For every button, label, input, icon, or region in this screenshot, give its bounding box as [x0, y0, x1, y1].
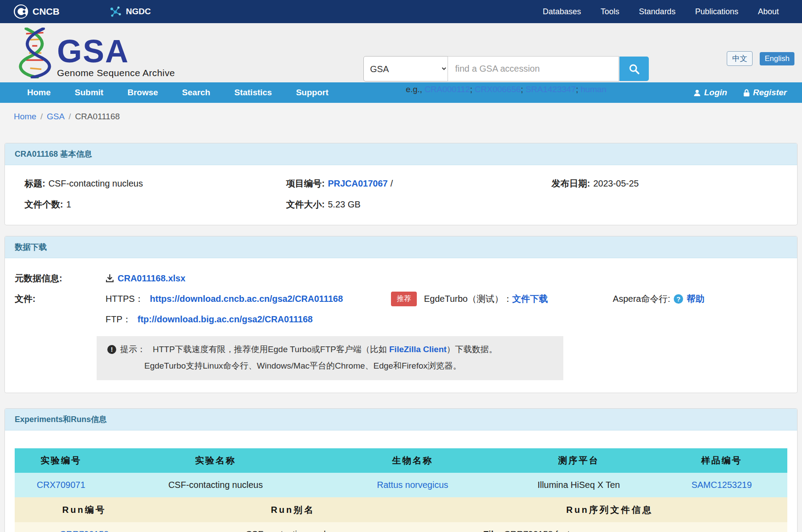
- example-link-cra000112[interactable]: CRA000112: [424, 85, 470, 94]
- experiment-accession-cell: CRX709071: [15, 473, 107, 497]
- cncb-logo[interactable]: CNCB: [13, 4, 60, 19]
- project-accession-link[interactable]: PRJCA017067: [328, 179, 388, 188]
- example-link-human[interactable]: human: [581, 85, 607, 94]
- metadata-file-link[interactable]: CRA011168.xlsx: [118, 273, 185, 284]
- run-alias-cell: CSF-contacting nucleus: [154, 522, 432, 532]
- search-button[interactable]: [619, 57, 649, 81]
- basic-info-row: 文件个数:1 文件大小:5.23 GB: [5, 194, 797, 215]
- egdeturbo-download-link[interactable]: 文件下载: [512, 293, 548, 305]
- filezilla-link[interactable]: FileZilla Client: [389, 345, 447, 354]
- col-header-experiment-accession: 实验编号: [15, 448, 107, 473]
- run-file-value: CRR790158.fastq.gz: [501, 529, 586, 532]
- user-icon: [693, 89, 701, 97]
- tip-line-1: ! 提示： HTTP下载速度有限，推荐使用Egde Turbo或FTP客户端（比…: [107, 344, 553, 355]
- col-header-organism: 生物名称: [324, 448, 501, 473]
- experiments-header-row: 实验编号 实验名称 生物名称 测序平台 样品编号: [15, 448, 787, 473]
- basic-info-panel: CRA011168 基本信息 标题:CSF-contacting nucleus…: [4, 143, 798, 225]
- ngdc-logo[interactable]: NGDC: [109, 5, 151, 18]
- field-release-date-label: 发布日期:: [551, 179, 590, 188]
- field-file-size: 文件大小:5.23 GB: [286, 199, 552, 211]
- gsa-dna-icon: [17, 28, 53, 78]
- tip-text-1a: HTTP下载速度有限，推荐使用Egde Turbo或FTP客户端（比如: [153, 345, 389, 354]
- field-file-size-label: 文件大小:: [286, 199, 325, 209]
- language-switch: 中文 English: [727, 51, 794, 66]
- field-file-size-value: 5.23 GB: [328, 199, 360, 209]
- field-title: 标题:CSF-contacting nucleus: [5, 178, 286, 190]
- lang-chinese-button[interactable]: 中文: [727, 51, 753, 66]
- field-file-count-value: 1: [66, 199, 71, 209]
- ftp-row: FTP： ftp://download.big.ac.cn/gsa2/CRA01…: [5, 310, 797, 329]
- recommended-badge: 推荐: [391, 292, 417, 306]
- nav-item-statistics[interactable]: Statistics: [222, 88, 284, 97]
- topbar-link-about[interactable]: About: [748, 7, 789, 16]
- field-file-count-label: 文件个数:: [24, 199, 63, 209]
- top-bar: CNCB NGDC Databases Tools Standards Publ…: [0, 0, 802, 23]
- search-area: GSA: [363, 56, 649, 81]
- breadcrumb-gsa[interactable]: GSA: [47, 112, 65, 122]
- nav-item-home[interactable]: Home: [15, 88, 63, 97]
- nav-item-search[interactable]: Search: [170, 88, 222, 97]
- organism-link[interactable]: Rattus norvegicus: [377, 480, 448, 490]
- ngdc-logo-label: NGDC: [126, 7, 151, 16]
- lang-english-button[interactable]: English: [760, 52, 794, 65]
- runs-header-row: Run编号 Run别名 Run序列文件信息: [15, 497, 787, 522]
- breadcrumb-separator: /: [41, 112, 43, 122]
- breadcrumb-current: CRA011168: [75, 112, 120, 122]
- experiments-body: 实验编号 实验名称 生物名称 测序平台 样品编号 CRX709071 CSF-c…: [5, 430, 797, 532]
- example-link-crx006656[interactable]: CRX006656: [475, 85, 521, 94]
- field-title-label: 标题:: [24, 179, 45, 188]
- run-file-cell: File: CRR790158.fastq.gz: [432, 522, 787, 532]
- lock-icon: [743, 89, 750, 97]
- aspera-label: Aspera命令行:: [613, 293, 670, 305]
- site-header: GSA Genome Sequence Archive GSA e.g., CR…: [0, 23, 802, 82]
- breadcrumb-home[interactable]: Home: [14, 112, 37, 122]
- sample-accession-cell: SAMC1253219: [656, 473, 787, 497]
- nav-item-support[interactable]: Support: [284, 88, 341, 97]
- nav-item-submit[interactable]: Submit: [63, 88, 115, 97]
- tip-label: 提示：: [120, 344, 146, 355]
- register-link[interactable]: Register: [743, 88, 787, 97]
- gsa-logo[interactable]: GSA Genome Sequence Archive: [17, 28, 175, 78]
- col-header-run-files: Run序列文件信息: [432, 497, 787, 522]
- login-link[interactable]: Login: [693, 88, 727, 97]
- topbar-link-tools[interactable]: Tools: [591, 7, 629, 16]
- aspera-group: Aspera命令行: ? 帮助: [613, 293, 704, 305]
- cncb-logo-icon: [13, 4, 28, 19]
- field-release-date: 发布日期:2023-05-25: [551, 178, 797, 190]
- experiment-row: CRX709071 CSF-contacting nucleus Rattus …: [15, 473, 787, 497]
- basic-info-panel-title: CRA011168 基本信息: [5, 143, 797, 165]
- col-header-experiment-name: 实验名称: [107, 448, 324, 473]
- aspera-help-link[interactable]: 帮助: [687, 293, 704, 305]
- sample-accession-link[interactable]: SAMC1253219: [692, 480, 752, 490]
- https-download-link[interactable]: https://download.cncb.ac.cn/gsa2/CRA0111…: [150, 294, 343, 304]
- register-label: Register: [753, 88, 787, 97]
- info-icon: !: [107, 345, 116, 354]
- examples-prefix: e.g.,: [406, 85, 424, 94]
- basic-info-row: 标题:CSF-contacting nucleus 项目编号:PRJCA0170…: [5, 173, 797, 194]
- col-header-sample-accession: 样品编号: [656, 448, 787, 473]
- topbar-link-standards[interactable]: Standards: [629, 7, 685, 16]
- topbar-link-databases[interactable]: Databases: [533, 7, 591, 16]
- experiment-accession-link[interactable]: CRX709071: [37, 480, 85, 490]
- search-type-select[interactable]: GSA: [363, 56, 448, 81]
- nav-auth: Login Register: [693, 88, 787, 97]
- breadcrumb: Home / GSA / CRA011168: [0, 103, 802, 130]
- col-header-run-alias: Run别名: [154, 497, 432, 522]
- ftp-download-link[interactable]: ftp://download.big.ac.cn/gsa2/CRA011168: [138, 314, 313, 325]
- experiments-table: 实验编号 实验名称 生物名称 测序平台 样品编号 CRX709071 CSF-c…: [15, 448, 787, 497]
- metadata-row: 元数据信息: CRA011168.xlsx: [5, 269, 797, 288]
- egdeturbo-label: EgdeTurbo（测试）：: [424, 293, 512, 305]
- topbar-link-publications[interactable]: Publications: [685, 7, 748, 16]
- https-protocol-label: HTTPS：: [106, 293, 144, 305]
- gsa-logo-subtitle: Genome Sequence Archive: [57, 68, 175, 78]
- files-label: 文件:: [5, 293, 106, 305]
- gsa-logo-title: GSA: [57, 36, 175, 66]
- experiments-panel: Experiments和Runs信息 实验编号 实验名称 生物名称 测序平台 样…: [4, 408, 798, 532]
- example-link-sra1423347[interactable]: SRA1423347: [525, 85, 576, 94]
- run-accession-link[interactable]: CRR790158: [60, 529, 109, 532]
- search-input[interactable]: [448, 56, 619, 81]
- examples-separator: ;: [576, 85, 581, 94]
- tip-line-2: EgdeTurbo支持Linux命令行、Windows/Mac平台的Chrome…: [107, 360, 553, 372]
- nav-item-browse[interactable]: Browse: [115, 88, 170, 97]
- help-icon[interactable]: ?: [674, 294, 683, 304]
